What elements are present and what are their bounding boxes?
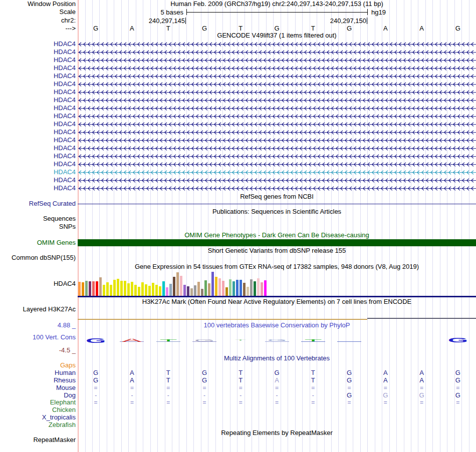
gene-row-label[interactable]: HDAC4 bbox=[54, 89, 76, 96]
gtex-tissue-bar[interactable] bbox=[159, 286, 161, 296]
omim-gene-item[interactable] bbox=[78, 239, 476, 246]
gtex-tissue-bar[interactable] bbox=[124, 281, 126, 296]
gtex-tissue-bar[interactable] bbox=[106, 282, 109, 296]
gtex-tissue-bar[interactable] bbox=[208, 283, 210, 296]
h3k27ac-signal-line[interactable] bbox=[78, 319, 367, 320]
gtex-tissue-bar[interactable] bbox=[103, 285, 105, 296]
gene-transcript-row[interactable] bbox=[78, 170, 476, 175]
multiz-species-label[interactable]: Elephant bbox=[50, 399, 76, 406]
gtex-tissue-bar[interactable] bbox=[236, 280, 239, 296]
gene-row-label[interactable]: HDAC4 bbox=[54, 81, 76, 88]
gtex-tissue-bar[interactable] bbox=[247, 287, 249, 296]
multiz-species-label[interactable]: Zebrafish bbox=[49, 421, 76, 428]
gene-transcript-row[interactable] bbox=[78, 138, 476, 143]
gtex-tissue-bar[interactable] bbox=[183, 285, 186, 296]
repeatmasker-label[interactable]: RepeatMasker bbox=[33, 436, 76, 443]
phylop-track-label[interactable]: 100 Vert. Cons bbox=[33, 334, 76, 341]
h3k27ac-label[interactable]: Layered H3K27Ac bbox=[23, 306, 76, 313]
gtex-tissue-bar[interactable] bbox=[162, 281, 165, 296]
gene-row-label[interactable]: HDAC4 bbox=[54, 113, 76, 120]
gtex-tissue-bar[interactable] bbox=[240, 280, 242, 296]
publications-sequences-label[interactable]: Sequences bbox=[43, 215, 76, 222]
dbsnp-label[interactable]: Common dbSNP(155) bbox=[12, 254, 76, 261]
gene-transcript-row[interactable] bbox=[78, 50, 476, 55]
gene-transcript-row[interactable] bbox=[78, 74, 476, 79]
gtex-tissue-bar[interactable] bbox=[173, 277, 175, 296]
multiz-species-label[interactable]: Dog bbox=[64, 392, 76, 399]
gtex-tissue-bar[interactable] bbox=[232, 281, 235, 296]
gene-transcript-row[interactable] bbox=[78, 98, 476, 103]
refseq-curated-label[interactable]: RefSeq Curated bbox=[29, 200, 76, 207]
gtex-tissue-bar[interactable] bbox=[204, 280, 207, 296]
gtex-tissue-bar[interactable] bbox=[92, 281, 95, 296]
gtex-tissue-bar[interactable] bbox=[120, 281, 123, 296]
refseq-curated-item[interactable] bbox=[78, 204, 476, 204]
gene-transcript-row[interactable] bbox=[78, 178, 476, 183]
gene-transcript-row[interactable] bbox=[78, 58, 476, 63]
gtex-tissue-bar[interactable] bbox=[197, 282, 200, 296]
gtex-gene-label[interactable]: HDAC4 bbox=[54, 280, 76, 287]
gene-transcript-row[interactable] bbox=[78, 122, 476, 127]
gtex-tissue-bar[interactable] bbox=[257, 278, 260, 296]
gene-row-label[interactable]: HDAC4 bbox=[54, 73, 76, 80]
gene-row-label[interactable]: HDAC4 bbox=[54, 177, 76, 184]
gtex-tissue-bar[interactable] bbox=[78, 282, 81, 296]
gtex-tissue-bar[interactable] bbox=[99, 277, 102, 296]
gtex-tissue-bar[interactable] bbox=[138, 287, 140, 296]
gtex-tissue-bar[interactable] bbox=[117, 279, 119, 296]
gene-transcript-row[interactable] bbox=[78, 154, 476, 159]
multiz-species-label[interactable]: X_tropicalis bbox=[42, 414, 76, 421]
gtex-tissue-bar[interactable] bbox=[82, 282, 84, 296]
gene-transcript-row[interactable] bbox=[78, 106, 476, 111]
gene-row-label[interactable]: HDAC4 bbox=[54, 129, 76, 136]
gtex-tissue-bar[interactable] bbox=[141, 282, 144, 296]
multiz-species-label[interactable]: Human bbox=[55, 369, 76, 376]
gtex-tissue-bar[interactable] bbox=[254, 281, 256, 296]
gene-transcript-row[interactable] bbox=[78, 42, 476, 47]
gtex-tissue-bar[interactable] bbox=[152, 283, 154, 296]
gtex-tissue-bar[interactable] bbox=[215, 277, 217, 296]
multiz-species-label[interactable]: Gaps bbox=[60, 362, 76, 369]
publications-snps-label[interactable]: SNPs bbox=[59, 223, 76, 230]
gtex-tissue-bar[interactable] bbox=[155, 285, 158, 296]
gtex-tissue-bar[interactable] bbox=[96, 281, 98, 296]
gtex-tissue-bar[interactable] bbox=[169, 284, 172, 296]
multiz-species-label[interactable]: Rhesus bbox=[54, 377, 76, 384]
gtex-tissue-bar[interactable] bbox=[264, 280, 267, 296]
gtex-tissue-bar[interactable] bbox=[176, 272, 179, 296]
gene-row-label[interactable]: HDAC4 bbox=[54, 169, 76, 176]
gtex-tissue-bar[interactable] bbox=[194, 285, 196, 296]
gtex-tissue-bar[interactable] bbox=[261, 282, 263, 296]
gtex-tissue-bar[interactable] bbox=[145, 284, 147, 296]
gene-row-label[interactable]: HDAC4 bbox=[54, 49, 76, 56]
gtex-tissue-bar[interactable] bbox=[113, 280, 116, 296]
gtex-tissue-bar[interactable] bbox=[166, 287, 168, 296]
gtex-tissue-bar[interactable] bbox=[201, 289, 203, 296]
gtex-tissue-bar[interactable] bbox=[85, 281, 88, 296]
multiz-species-label[interactable]: Mouse bbox=[56, 384, 76, 391]
gene-row-label[interactable]: HDAC4 bbox=[54, 161, 76, 168]
gtex-tissue-bar[interactable] bbox=[89, 281, 91, 296]
gene-row-label[interactable]: HDAC4 bbox=[54, 65, 76, 72]
gtex-tissue-bar[interactable] bbox=[229, 279, 231, 296]
omim-genes-label[interactable]: OMIM Genes bbox=[37, 239, 76, 246]
gtex-tissue-bar[interactable] bbox=[131, 282, 133, 296]
gene-row-label[interactable]: HDAC4 bbox=[54, 185, 76, 192]
gene-row-label[interactable]: HDAC4 bbox=[54, 153, 76, 160]
gtex-tissue-bar[interactable] bbox=[222, 281, 224, 296]
gtex-tissue-bar[interactable] bbox=[148, 286, 151, 296]
gene-row-label[interactable]: HDAC4 bbox=[54, 145, 76, 152]
gene-row-label[interactable]: HDAC4 bbox=[54, 137, 76, 144]
gene-row-label[interactable]: HDAC4 bbox=[54, 121, 76, 128]
gene-transcript-row[interactable] bbox=[78, 82, 476, 87]
gene-transcript-row[interactable] bbox=[78, 114, 476, 119]
gtex-tissue-bar[interactable] bbox=[211, 272, 214, 296]
gene-row-label[interactable]: HDAC4 bbox=[54, 105, 76, 112]
gene-transcript-row[interactable] bbox=[78, 66, 476, 71]
gtex-tissue-bar[interactable] bbox=[134, 285, 137, 296]
gene-transcript-row[interactable] bbox=[78, 130, 476, 135]
gtex-tissue-bar[interactable] bbox=[243, 283, 246, 296]
gtex-tissue-bar[interactable] bbox=[180, 276, 182, 296]
gtex-tissue-bar[interactable] bbox=[225, 287, 228, 296]
multiz-species-label[interactable]: Chicken bbox=[52, 406, 76, 413]
